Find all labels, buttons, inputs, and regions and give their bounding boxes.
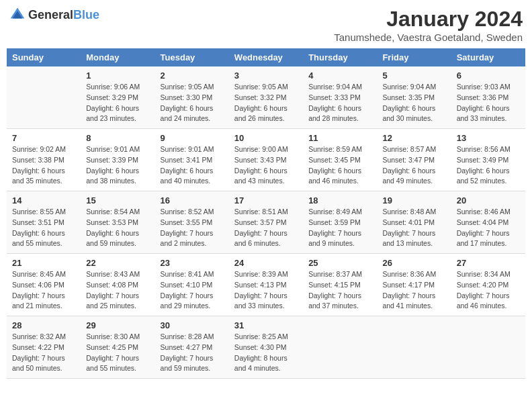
day-number: 5 (382, 71, 445, 81)
weekday-header-wednesday: Wednesday (229, 48, 303, 66)
day-number: 15 (86, 195, 149, 205)
day-number: 18 (308, 195, 371, 205)
calendar-cell: 2Sunrise: 9:05 AMSunset: 3:30 PMDaylight… (155, 66, 229, 129)
calendar-table: SundayMondayTuesdayWednesdayThursdayFrid… (7, 48, 525, 379)
calendar-cell: 30Sunrise: 8:28 AMSunset: 4:27 PMDayligh… (155, 316, 229, 379)
day-number: 1 (86, 71, 149, 81)
weekday-header-monday: Monday (81, 48, 154, 66)
weekday-header-tuesday: Tuesday (155, 48, 229, 66)
day-info: Sunrise: 9:04 AMSunset: 3:33 PMDaylight:… (308, 82, 371, 124)
day-info: Sunrise: 8:43 AMSunset: 4:08 PMDaylight:… (86, 269, 149, 312)
main-title: January 2024 (334, 7, 523, 32)
day-info: Sunrise: 9:03 AMSunset: 3:36 PMDaylight:… (457, 82, 520, 124)
calendar-cell: 25Sunrise: 8:37 AMSunset: 4:15 PMDayligh… (303, 254, 377, 316)
logo: GeneralBlue (9, 7, 99, 23)
weekday-header-friday: Friday (377, 48, 451, 66)
day-number: 17 (234, 195, 298, 205)
day-number: 27 (457, 258, 520, 268)
weekday-header-sunday: Sunday (7, 48, 81, 66)
day-info: Sunrise: 8:45 AMSunset: 4:06 PMDaylight:… (12, 269, 75, 312)
calendar-cell: 13Sunrise: 8:56 AMSunset: 3:49 PMDayligh… (451, 129, 525, 191)
day-info: Sunrise: 8:52 AMSunset: 3:55 PMDaylight:… (161, 207, 224, 249)
subtitle: Tanumshede, Vaestra Goetaland, Sweden (334, 32, 523, 43)
week-row-5: 28Sunrise: 8:32 AMSunset: 4:22 PMDayligh… (7, 316, 525, 379)
calendar-cell: 10Sunrise: 9:00 AMSunset: 3:43 PMDayligh… (229, 129, 303, 191)
day-info: Sunrise: 8:56 AMSunset: 3:49 PMDaylight:… (457, 144, 520, 187)
day-number: 28 (12, 320, 75, 330)
calendar-cell (7, 66, 81, 129)
calendar-cell: 12Sunrise: 8:57 AMSunset: 3:47 PMDayligh… (377, 129, 451, 191)
day-number: 3 (234, 71, 298, 81)
day-info: Sunrise: 8:49 AMSunset: 3:59 PMDaylight:… (308, 207, 371, 249)
day-number: 9 (161, 133, 224, 143)
logo-general: General (28, 8, 73, 21)
day-number: 26 (382, 258, 445, 268)
day-number: 11 (308, 133, 371, 143)
weekday-header-saturday: Saturday (451, 48, 525, 66)
day-number: 21 (12, 258, 75, 268)
week-row-1: 1Sunrise: 9:06 AMSunset: 3:29 PMDaylight… (7, 66, 525, 129)
calendar-cell: 28Sunrise: 8:32 AMSunset: 4:22 PMDayligh… (7, 316, 81, 379)
header: GeneralBlue January 2024 Tanumshede, Vae… (7, 7, 525, 43)
day-info: Sunrise: 8:37 AMSunset: 4:15 PMDaylight:… (308, 269, 371, 312)
calendar-cell: 26Sunrise: 8:36 AMSunset: 4:17 PMDayligh… (377, 254, 451, 316)
day-number: 7 (12, 133, 75, 143)
day-number: 30 (161, 320, 224, 330)
calendar-cell: 29Sunrise: 8:30 AMSunset: 4:25 PMDayligh… (81, 316, 154, 379)
day-info: Sunrise: 9:04 AMSunset: 3:35 PMDaylight:… (382, 82, 445, 124)
title-area: January 2024 Tanumshede, Vaestra Goetala… (334, 7, 523, 43)
day-info: Sunrise: 8:57 AMSunset: 3:47 PMDaylight:… (382, 144, 445, 187)
day-number: 14 (12, 195, 75, 205)
day-info: Sunrise: 8:48 AMSunset: 4:01 PMDaylight:… (382, 207, 445, 249)
day-info: Sunrise: 8:34 AMSunset: 4:20 PMDaylight:… (457, 269, 520, 312)
day-number: 13 (457, 133, 520, 143)
day-number: 12 (382, 133, 445, 143)
day-number: 25 (308, 258, 371, 268)
day-info: Sunrise: 8:55 AMSunset: 3:51 PMDaylight:… (12, 207, 75, 249)
day-number: 8 (86, 133, 149, 143)
calendar-cell: 8Sunrise: 9:01 AMSunset: 3:39 PMDaylight… (81, 129, 154, 191)
calendar-cell (377, 316, 451, 379)
day-info: Sunrise: 8:41 AMSunset: 4:10 PMDaylight:… (161, 269, 224, 312)
day-number: 29 (86, 320, 149, 330)
calendar-cell: 22Sunrise: 8:43 AMSunset: 4:08 PMDayligh… (81, 254, 154, 316)
calendar-cell: 3Sunrise: 9:05 AMSunset: 3:32 PMDaylight… (229, 66, 303, 129)
weekday-header-row: SundayMondayTuesdayWednesdayThursdayFrid… (7, 48, 525, 66)
day-info: Sunrise: 9:05 AMSunset: 3:32 PMDaylight:… (234, 82, 298, 124)
calendar-cell: 31Sunrise: 8:25 AMSunset: 4:30 PMDayligh… (229, 316, 303, 379)
day-info: Sunrise: 9:06 AMSunset: 3:29 PMDaylight:… (86, 82, 149, 124)
calendar-cell: 24Sunrise: 8:39 AMSunset: 4:13 PMDayligh… (229, 254, 303, 316)
day-info: Sunrise: 8:30 AMSunset: 4:25 PMDaylight:… (86, 332, 149, 374)
logo-icon (9, 7, 26, 23)
day-info: Sunrise: 8:39 AMSunset: 4:13 PMDaylight:… (234, 269, 298, 312)
calendar-cell: 17Sunrise: 8:51 AMSunset: 3:57 PMDayligh… (229, 191, 303, 254)
day-number: 10 (234, 133, 298, 143)
day-info: Sunrise: 9:01 AMSunset: 3:39 PMDaylight:… (86, 144, 149, 187)
calendar-cell: 9Sunrise: 9:01 AMSunset: 3:41 PMDaylight… (155, 129, 229, 191)
week-row-3: 14Sunrise: 8:55 AMSunset: 3:51 PMDayligh… (7, 191, 525, 254)
day-info: Sunrise: 9:02 AMSunset: 3:38 PMDaylight:… (12, 144, 75, 187)
calendar-cell: 19Sunrise: 8:48 AMSunset: 4:01 PMDayligh… (377, 191, 451, 254)
calendar-cell: 4Sunrise: 9:04 AMSunset: 3:33 PMDaylight… (303, 66, 377, 129)
calendar-cell: 20Sunrise: 8:46 AMSunset: 4:04 PMDayligh… (451, 191, 525, 254)
day-number: 24 (234, 258, 298, 268)
day-info: Sunrise: 9:01 AMSunset: 3:41 PMDaylight:… (161, 144, 224, 187)
day-info: Sunrise: 8:59 AMSunset: 3:45 PMDaylight:… (308, 144, 371, 187)
day-number: 6 (457, 71, 520, 81)
day-number: 31 (234, 320, 298, 330)
day-info: Sunrise: 9:05 AMSunset: 3:30 PMDaylight:… (161, 82, 224, 124)
day-number: 16 (161, 195, 224, 205)
calendar-cell: 14Sunrise: 8:55 AMSunset: 3:51 PMDayligh… (7, 191, 81, 254)
day-number: 19 (382, 195, 445, 205)
calendar-cell: 11Sunrise: 8:59 AMSunset: 3:45 PMDayligh… (303, 129, 377, 191)
calendar-cell: 18Sunrise: 8:49 AMSunset: 3:59 PMDayligh… (303, 191, 377, 254)
day-info: Sunrise: 8:51 AMSunset: 3:57 PMDaylight:… (234, 207, 298, 249)
calendar-cell (451, 316, 525, 379)
calendar-cell: 7Sunrise: 9:02 AMSunset: 3:38 PMDaylight… (7, 129, 81, 191)
day-info: Sunrise: 8:28 AMSunset: 4:27 PMDaylight:… (161, 332, 224, 374)
day-number: 20 (457, 195, 520, 205)
day-number: 4 (308, 71, 371, 81)
week-row-4: 21Sunrise: 8:45 AMSunset: 4:06 PMDayligh… (7, 254, 525, 316)
calendar-body: 1Sunrise: 9:06 AMSunset: 3:29 PMDaylight… (7, 66, 525, 379)
day-info: Sunrise: 9:00 AMSunset: 3:43 PMDaylight:… (234, 144, 298, 187)
